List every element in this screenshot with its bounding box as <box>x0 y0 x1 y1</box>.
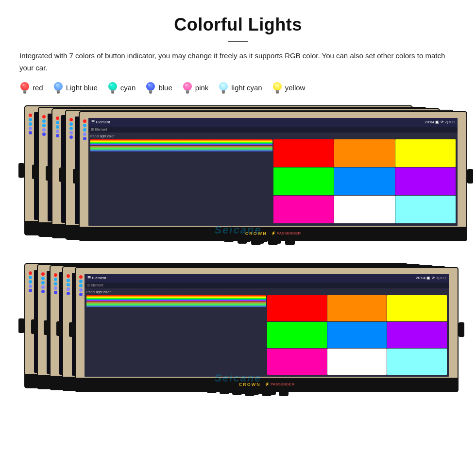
bracket-tab <box>268 240 278 245</box>
page-container: Colorful Lights Integrated with 7 colors… <box>0 0 476 411</box>
svg-rect-27 <box>222 92 225 93</box>
sidebar-button <box>79 280 83 283</box>
sidebar-button <box>83 128 86 132</box>
sidebar-button <box>42 133 46 136</box>
sidebar-button <box>29 280 32 283</box>
bulb-icon-Light-blue <box>53 81 64 95</box>
color-label-pink: pink <box>195 83 209 92</box>
bracket-left <box>32 165 38 179</box>
top-composite-image: CRO ⚡ PASSENGERCRO ⚡ PASSENGERCRO ⚡ PASS… <box>19 105 457 253</box>
sidebar-button <box>29 271 32 275</box>
color-item-yellow: yellow <box>272 81 306 95</box>
svg-rect-31 <box>275 90 279 92</box>
sidebar-button <box>29 122 32 126</box>
svg-rect-3 <box>24 93 26 94</box>
sidebar-button <box>79 288 83 292</box>
svg-point-4 <box>22 84 25 86</box>
bottom-bar: CROWN ⚡ PASSENGER <box>80 227 466 240</box>
title-section: Colorful Lights <box>19 15 457 42</box>
bottom-composite-image: OWN ⚡ PASSENGEROWN ⚡ PASSENGERCROWN ⚡ PA… <box>19 263 457 401</box>
sidebar-button <box>29 284 32 288</box>
bulb-icon-cyan <box>107 81 118 95</box>
svg-rect-23 <box>186 93 188 94</box>
sidebar-button <box>54 286 57 290</box>
svg-point-10 <box>108 82 117 91</box>
bracket-tab <box>262 391 272 396</box>
svg-rect-8 <box>57 93 59 94</box>
svg-point-9 <box>55 84 58 86</box>
svg-rect-16 <box>149 90 153 92</box>
sidebar-button <box>54 278 57 281</box>
bulb-icon-light-cyan <box>218 81 229 95</box>
sidebar-button <box>79 275 83 279</box>
top-unit-stack: CRO ⚡ PASSENGERCRO ⚡ PASSENGERCRO ⚡ PASS… <box>24 105 452 251</box>
sidebar-button <box>29 276 32 279</box>
bracket-left <box>69 322 75 337</box>
svg-point-34 <box>274 84 277 86</box>
sidebar-button <box>41 281 45 284</box>
color-indicators-row: red Light blue cyan <box>19 81 457 95</box>
bracket-left <box>46 166 51 181</box>
sidebar-button <box>83 119 86 123</box>
svg-rect-6 <box>56 90 60 92</box>
sidebar-button <box>42 128 46 132</box>
description-text: Integrated with 7 colors of button indic… <box>19 50 457 74</box>
color-item-red: red <box>19 81 43 95</box>
svg-rect-7 <box>57 92 60 93</box>
color-item-blue: blue <box>145 81 172 95</box>
sidebar-button <box>56 121 59 124</box>
svg-point-15 <box>146 82 155 91</box>
color-label-blue: blue <box>158 83 172 92</box>
sidebar-button <box>56 117 59 120</box>
color-label-Light-blue: Light blue <box>66 83 98 92</box>
bracket-tab <box>245 391 255 396</box>
sidebar-button <box>69 131 73 134</box>
svg-rect-18 <box>150 93 152 94</box>
left-buttons <box>82 119 87 225</box>
unit-screen: ☰ Element 20:04 ▣ ⟳ ◁ ○ □ ☰ Element Pane… <box>85 274 449 377</box>
bulb-icon-pink <box>182 81 193 95</box>
sidebar-button <box>79 293 83 296</box>
svg-point-14 <box>110 84 112 86</box>
svg-rect-2 <box>23 92 26 93</box>
sidebar-button <box>29 114 32 117</box>
svg-rect-33 <box>276 93 278 94</box>
sidebar-button <box>56 134 59 137</box>
title-divider <box>228 41 248 42</box>
svg-rect-17 <box>149 92 152 93</box>
color-label-cyan: cyan <box>120 83 136 92</box>
svg-point-5 <box>54 82 63 91</box>
bottom-bar: CROWN ⚡ PASSENGER <box>76 378 458 391</box>
bracket-left <box>73 169 79 183</box>
svg-rect-11 <box>111 90 114 92</box>
bulb-icon-red <box>19 81 30 95</box>
bracket-tab <box>279 391 289 396</box>
unit-card: ☰ Element 20:04 ▣ ⟳ ◁ ○ □ ☰ Element Pane… <box>75 267 459 392</box>
sidebar-button <box>67 287 70 291</box>
sidebar-button <box>83 124 86 127</box>
sidebar-button <box>79 284 83 287</box>
sidebar-button <box>41 290 45 293</box>
svg-rect-21 <box>186 90 189 92</box>
bracket-left <box>18 318 24 333</box>
color-label-yellow: yellow <box>285 83 306 92</box>
sidebar-button <box>69 127 73 130</box>
svg-point-19 <box>148 84 151 86</box>
bracket-right <box>467 169 473 183</box>
color-label-light-cyan: light cyan <box>231 83 262 92</box>
svg-rect-32 <box>276 92 279 93</box>
svg-rect-1 <box>23 90 27 92</box>
bracket-left <box>31 319 37 334</box>
bulb-icon-blue <box>145 81 156 95</box>
sidebar-button <box>67 283 70 286</box>
svg-point-0 <box>20 82 29 91</box>
svg-point-25 <box>219 82 228 91</box>
svg-rect-22 <box>186 92 189 93</box>
sidebar-button <box>69 118 73 121</box>
sidebar-button <box>29 118 32 121</box>
sidebar-button <box>54 291 57 294</box>
bracket-left <box>18 163 24 178</box>
sidebar-button <box>67 274 70 278</box>
bulb-icon-yellow <box>272 81 283 95</box>
sidebar-button <box>29 127 32 130</box>
